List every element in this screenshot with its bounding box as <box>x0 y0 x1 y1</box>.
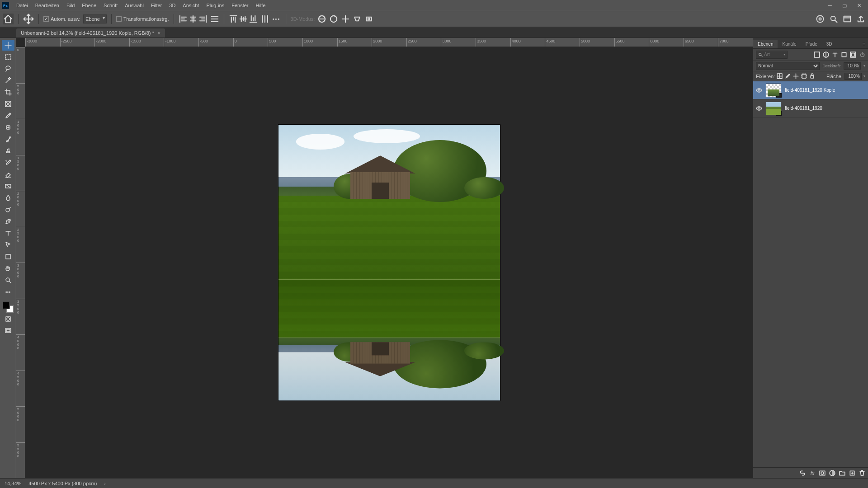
doc-info[interactable]: 4500 Px x 5400 Px (300 ppcm) <box>28 481 97 486</box>
path-select-tool[interactable] <box>2 239 14 250</box>
window-maximize-button[interactable]: ▢ <box>837 0 852 11</box>
menu-edit[interactable]: Bearbeiten <box>32 0 63 11</box>
layer-name[interactable]: field-406181_1920 <box>785 106 822 111</box>
workspace-button[interactable] <box>843 14 852 23</box>
filter-pixel-icon[interactable] <box>814 52 820 58</box>
lock-artboard-button[interactable] <box>801 73 807 79</box>
horizontal-ruler[interactable]: -3000-2500-2000-1500-1000-50005001000150… <box>25 38 753 47</box>
gradient-tool[interactable] <box>2 181 14 192</box>
3d-slide-button[interactable] <box>353 14 362 23</box>
move-tool-icon[interactable] <box>23 14 34 24</box>
share-button[interactable] <box>856 14 865 23</box>
lock-transparency-button[interactable] <box>777 73 783 79</box>
new-layer-button[interactable] <box>849 470 855 476</box>
filter-shape-icon[interactable] <box>841 52 847 58</box>
opacity-input[interactable] <box>844 62 861 70</box>
close-tab-button[interactable]: × <box>158 30 160 36</box>
transform-controls-checkbox[interactable]: Transformationsstrg. <box>116 16 169 22</box>
fill-input[interactable] <box>844 73 862 80</box>
magic-wand-tool[interactable] <box>2 75 14 86</box>
menu-layer[interactable]: Ebene <box>78 0 100 11</box>
vertical-ruler[interactable]: 05 0 01 0 0 01 5 0 02 0 0 02 5 0 03 0 0 … <box>16 47 25 478</box>
viewport[interactable] <box>25 47 753 478</box>
auto-select-checkbox[interactable]: Autom. ausw. <box>43 16 80 22</box>
layer-thumbnail[interactable] <box>766 102 781 115</box>
tab-channels[interactable]: Kanäle <box>778 40 801 48</box>
brush-tool[interactable] <box>2 134 14 145</box>
search-button[interactable] <box>829 14 838 23</box>
foreground-color-swatch[interactable] <box>3 302 10 309</box>
quick-mask-button[interactable] <box>2 314 14 324</box>
filter-toggle-icon[interactable]: ⏻ <box>859 52 865 58</box>
layer-style-button[interactable]: fx <box>809 470 816 476</box>
filter-type-icon[interactable] <box>832 52 838 58</box>
dodge-tool[interactable] <box>2 204 14 215</box>
artboard[interactable] <box>278 125 500 400</box>
marquee-tool[interactable] <box>2 52 14 62</box>
lock-position-button[interactable] <box>793 73 799 79</box>
pen-tool[interactable] <box>2 216 14 227</box>
move-tool[interactable] <box>2 40 14 51</box>
lasso-tool[interactable] <box>2 63 14 74</box>
group-button[interactable] <box>839 470 845 476</box>
blur-tool[interactable] <box>2 192 14 203</box>
eyedropper-tool[interactable] <box>2 110 14 121</box>
menu-help[interactable]: Hilfe <box>252 0 269 11</box>
visibility-toggle[interactable] <box>756 105 762 112</box>
menu-view[interactable]: Ansicht <box>179 0 203 11</box>
chevron-down-icon[interactable]: ▾ <box>863 64 865 68</box>
auto-select-target-dropdown[interactable]: Ebene <box>83 14 107 23</box>
layer-row[interactable]: field-406181_1920 <box>753 99 868 117</box>
3d-zoom-button[interactable] <box>364 14 373 23</box>
align-bottom-button[interactable] <box>249 14 258 23</box>
healing-brush-tool[interactable] <box>2 122 14 133</box>
visibility-toggle[interactable] <box>756 87 762 94</box>
tab-3d[interactable]: 3D <box>822 40 837 48</box>
menu-type[interactable]: Schrift <box>100 0 121 11</box>
menu-plugins[interactable]: Plug-ins <box>203 0 228 11</box>
home-button[interactable] <box>3 14 14 24</box>
crop-tool[interactable] <box>2 87 14 98</box>
3d-orbit-button[interactable] <box>317 14 326 23</box>
menu-image[interactable]: Bild <box>63 0 78 11</box>
frame-tool[interactable] <box>2 99 14 109</box>
history-brush-tool[interactable] <box>2 157 14 168</box>
align-vcenter-button[interactable] <box>239 14 248 23</box>
link-layers-button[interactable] <box>799 470 806 476</box>
align-more-button[interactable]: ••• <box>272 14 281 23</box>
window-minimize-button[interactable]: ─ <box>823 0 837 11</box>
shape-tool[interactable] <box>2 251 14 262</box>
hand-tool[interactable] <box>2 263 14 274</box>
chevron-down-icon[interactable]: ▾ <box>863 74 865 78</box>
3d-pan-button[interactable] <box>341 14 350 23</box>
layer-mask-button[interactable] <box>819 470 826 476</box>
adjustment-layer-button[interactable] <box>829 470 835 476</box>
menu-file[interactable]: Datei <box>13 0 32 11</box>
more-tools-button[interactable]: ••• <box>2 286 14 297</box>
layer-row[interactable]: field-406181_1920 Kopie <box>753 81 868 99</box>
align-top-button[interactable] <box>229 14 238 23</box>
menu-3d[interactable]: 3D <box>165 0 179 11</box>
menu-select[interactable]: Auswahl <box>121 0 147 11</box>
document-tab[interactable]: Unbenannt-2 bei 14,3% (field-406181_1920… <box>16 28 165 38</box>
color-swatches[interactable] <box>3 302 14 313</box>
layer-name[interactable]: field-406181_1920 Kopie <box>785 88 835 93</box>
doc-info-chevron-icon[interactable]: › <box>104 481 106 486</box>
filter-adjust-icon[interactable] <box>823 52 829 58</box>
menu-filter[interactable]: Filter <box>147 0 165 11</box>
filter-smart-icon[interactable] <box>850 52 856 58</box>
type-tool[interactable] <box>2 228 14 239</box>
distribute-h-button[interactable] <box>210 14 219 23</box>
lock-pixels-button[interactable] <box>785 73 791 79</box>
screen-mode-button[interactable] <box>2 325 14 336</box>
cloud-docs-button[interactable] <box>816 14 825 23</box>
panel-flyout-button[interactable]: ≡ <box>860 39 868 48</box>
zoom-tool[interactable] <box>2 275 14 286</box>
align-left-button[interactable] <box>179 14 188 23</box>
tab-paths[interactable]: Pfade <box>801 40 822 48</box>
lock-all-button[interactable] <box>809 73 815 79</box>
eraser-tool[interactable] <box>2 169 14 180</box>
delete-layer-button[interactable] <box>859 470 865 476</box>
align-right-button[interactable] <box>198 14 208 23</box>
window-close-button[interactable]: ✕ <box>852 0 866 11</box>
